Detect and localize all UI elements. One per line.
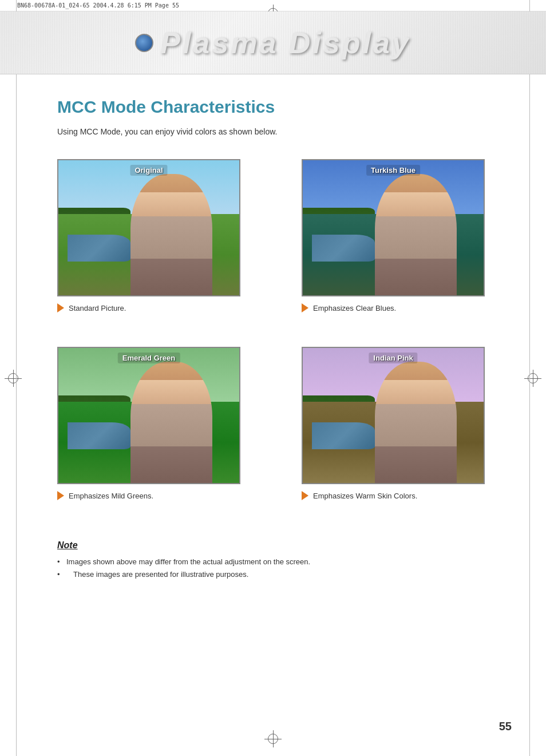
caption-text-emerald-green: Emphasizes Mild Greens. xyxy=(69,492,153,500)
note-title: Note xyxy=(57,540,500,551)
note-item-2-text: These images are presented for illustrat… xyxy=(73,570,248,579)
image-label-turkish-blue: Turkish Blue xyxy=(366,165,420,176)
page-description: Using MCC Mode, you can enjoy vivid colo… xyxy=(57,127,500,136)
image-block-turkish-blue: Turkish Blue Emphasizes Clear Blues. xyxy=(302,159,500,312)
file-info-text: BN68-00678A-01_024-65 2004.4.28 6:15 PM … xyxy=(17,2,179,9)
note-section: Note Images shown above may differ from … xyxy=(57,529,500,580)
caption-row-original: Standard Picture. xyxy=(57,303,256,312)
registration-mark-left xyxy=(5,370,22,387)
images-grid: Original Standard Picture. Turkish Blue … xyxy=(57,159,500,500)
image-label-emerald-green: Emerald Green xyxy=(118,353,180,363)
border-left xyxy=(16,0,17,756)
page-title: MCC Mode Characteristics xyxy=(57,97,500,117)
image-frame-indian-pink: Indian Pink xyxy=(302,347,485,484)
image-block-emerald-green: Emerald Green Emphasizes Mild Greens. xyxy=(57,347,256,500)
border-right xyxy=(529,0,530,756)
caption-row-emerald-green: Emphasizes Mild Greens. xyxy=(57,491,256,500)
header-icon xyxy=(135,34,153,52)
arrow-icon-indian-pink xyxy=(302,491,308,500)
image-frame-emerald-green: Emerald Green xyxy=(57,347,240,484)
image-frame-original: Original xyxy=(57,159,240,296)
arrow-icon-original xyxy=(57,303,64,312)
note-item-2: These images are presented for illustrat… xyxy=(57,569,500,580)
image-frame-turkish-blue: Turkish Blue xyxy=(302,159,485,296)
arrow-icon-turkish-blue xyxy=(302,303,308,312)
caption-text-turkish-blue: Emphasizes Clear Blues. xyxy=(313,304,396,312)
header-banner: Plasma Display xyxy=(0,11,546,74)
image-label-original: Original xyxy=(130,165,167,176)
header-logo: Plasma Display xyxy=(135,26,411,60)
caption-row-turkish-blue: Emphasizes Clear Blues. xyxy=(302,303,500,312)
page-number: 55 xyxy=(499,720,512,733)
caption-text-original: Standard Picture. xyxy=(69,304,126,312)
image-label-indian-pink: Indian Pink xyxy=(369,353,417,363)
registration-mark-right xyxy=(524,370,541,387)
header-title: Plasma Display xyxy=(160,26,411,60)
image-block-original: Original Standard Picture. xyxy=(57,159,256,312)
caption-row-indian-pink: Emphasizes Warm Skin Colors. xyxy=(302,491,500,500)
main-content: MCC Mode Characteristics Using MCC Mode,… xyxy=(0,74,546,615)
arrow-icon-emerald-green xyxy=(57,491,64,500)
registration-mark-bottom xyxy=(264,730,282,747)
caption-text-indian-pink: Emphasizes Warm Skin Colors. xyxy=(313,492,417,500)
image-block-indian-pink: Indian Pink Emphasizes Warm Skin Colors. xyxy=(302,347,500,500)
note-item-1: Images shown above may differ from the a… xyxy=(57,556,500,568)
